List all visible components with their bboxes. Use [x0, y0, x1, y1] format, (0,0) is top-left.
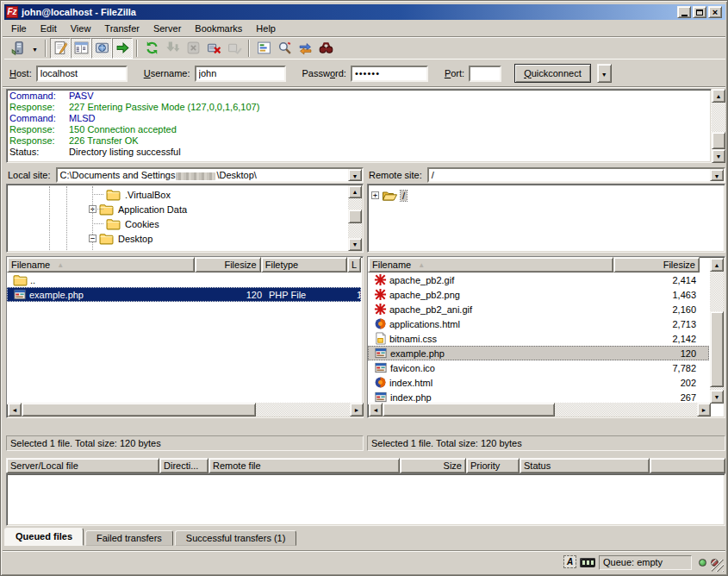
file-row-selected[interactable]: example.php 120 PHP File 1 — [7, 287, 361, 302]
tab-failed-transfers[interactable]: Failed transfers — [85, 530, 173, 546]
quickconnect-dropdown-button[interactable] — [597, 64, 612, 83]
scrollbar-thumb[interactable] — [348, 210, 362, 223]
titlebar[interactable]: Fz john@localhost - FileZilla — [4, 4, 725, 20]
local-directory-tree[interactable]: .VirtualBox + Application Data Cookies −… — [6, 184, 364, 253]
file-row[interactable]: .. — [7, 272, 361, 287]
dropdown-button[interactable] — [710, 169, 724, 181]
tree-item[interactable]: + Application Data — [9, 202, 347, 216]
find-files-button[interactable] — [315, 38, 336, 59]
tab-successful-transfers[interactable]: Successful transfers (1) — [175, 530, 297, 546]
column-header-filesize[interactable]: Filesize — [195, 257, 261, 272]
column-header-priority[interactable]: Priority — [466, 458, 520, 473]
process-queue-button[interactable] — [162, 38, 183, 59]
toggle-local-tree-button[interactable] — [71, 38, 91, 59]
column-header-filename[interactable]: Filename — [7, 257, 195, 272]
scrollbar-thumb[interactable] — [710, 311, 724, 387]
remote-directory-tree[interactable]: + / — [367, 184, 725, 253]
panel-splitter[interactable] — [364, 167, 367, 452]
remote-site-combobox[interactable]: / — [427, 167, 725, 183]
folder-icon — [106, 189, 121, 201]
menu-transfer[interactable]: Transfer — [97, 22, 146, 34]
local-list-hscrollbar[interactable] — [8, 403, 364, 416]
menu-server[interactable]: Server — [146, 22, 188, 34]
tree-item[interactable]: + / — [371, 188, 723, 203]
tree-item[interactable]: − Desktop — [9, 231, 347, 246]
scroll-right-button[interactable] — [697, 403, 711, 416]
scrollbar-thumb[interactable] — [22, 403, 256, 416]
file-row[interactable]: apache_pb2_ani.gif 2,160 — [368, 302, 709, 316]
scroll-down-button[interactable] — [710, 390, 724, 404]
minimize-button[interactable] — [677, 6, 691, 18]
column-header-last-modified[interactable]: L — [347, 257, 361, 272]
local-tree-scrollbar[interactable] — [348, 185, 362, 251]
password-input[interactable] — [351, 66, 428, 82]
menu-view[interactable]: View — [64, 22, 98, 34]
file-row[interactable]: apache_pb2.gif 2,414 — [368, 272, 709, 287]
menu-bookmarks[interactable]: Bookmarks — [188, 22, 249, 34]
remote-list-vscrollbar[interactable] — [710, 258, 724, 404]
directory-comparison-button[interactable] — [274, 38, 295, 59]
toggle-message-log-button[interactable] — [50, 38, 71, 59]
scroll-up-button[interactable] — [348, 185, 362, 198]
directory-listing-filters-button[interactable] — [253, 38, 274, 59]
file-row[interactable]: favicon.ico 7,782 — [368, 360, 709, 375]
column-header-status[interactable]: Status — [520, 458, 650, 473]
scrollbar-thumb[interactable] — [383, 403, 555, 416]
file-row[interactable]: apache_pb2.png 1,463 — [368, 287, 709, 302]
column-header-size[interactable]: Size — [400, 458, 466, 473]
site-manager-dropdown-button[interactable] — [28, 38, 41, 59]
scroll-down-button[interactable] — [348, 238, 362, 251]
file-row[interactable]: applications.html 2,713 — [368, 316, 709, 331]
file-row[interactable]: index.html 202 — [368, 375, 709, 390]
column-header-server-local-file[interactable]: Server/Local file — [6, 458, 159, 473]
toggle-transfer-queue-button[interactable] — [112, 38, 133, 59]
site-manager-button[interactable] — [8, 38, 28, 59]
toggle-remote-tree-button[interactable] — [91, 38, 112, 59]
tree-item[interactable]: .VirtualBox — [9, 187, 347, 202]
refresh-button[interactable] — [141, 38, 162, 59]
file-row[interactable]: bitnami.css 2,142 — [368, 331, 709, 346]
scroll-up-button[interactable] — [710, 258, 724, 272]
transfer-type-indicator-icon[interactable]: A — [563, 555, 576, 568]
quickconnect-button[interactable]: Quickconnect — [514, 64, 591, 83]
port-input[interactable] — [469, 66, 501, 82]
column-header-filetype[interactable]: Filetype — [261, 257, 347, 272]
scroll-left-button[interactable] — [8, 403, 22, 416]
column-header-filename[interactable]: Filename — [368, 257, 613, 272]
open-folder-icon — [382, 190, 398, 202]
filter-list-icon — [257, 41, 271, 55]
dropdown-button[interactable] — [348, 169, 362, 181]
menu-edit[interactable]: Edit — [34, 22, 64, 34]
cancel-operation-button[interactable] — [183, 38, 203, 59]
message-log[interactable]: Command:PASV Response:227 Entering Passi… — [6, 89, 712, 163]
tab-queued-files[interactable]: Queued files — [4, 528, 84, 546]
disconnect-button[interactable] — [203, 38, 224, 59]
column-header-filesize[interactable]: Filesize — [613, 257, 700, 272]
message-log-scrollbar[interactable] — [712, 89, 725, 163]
cancel-icon — [186, 41, 201, 55]
username-input[interactable] — [195, 66, 286, 82]
resize-grip[interactable] — [712, 560, 724, 572]
column-header-direction[interactable]: Directi... — [159, 458, 208, 473]
scrollbar-thumb[interactable] — [712, 132, 725, 149]
collapse-icon[interactable]: − — [89, 235, 96, 242]
menu-help[interactable]: Help — [249, 22, 283, 34]
scroll-up-button[interactable] — [712, 89, 725, 103]
toolbar — [4, 37, 725, 59]
expand-icon[interactable]: + — [371, 191, 379, 199]
host-input[interactable] — [36, 66, 128, 82]
maximize-button[interactable] — [693, 6, 706, 18]
tree-item[interactable]: Cookies — [9, 216, 347, 231]
scroll-right-button[interactable] — [350, 403, 364, 416]
remote-list-hscrollbar[interactable] — [369, 403, 711, 416]
scroll-left-button[interactable] — [369, 403, 383, 416]
menu-file[interactable]: File — [4, 22, 34, 34]
file-row-selected[interactable]: example.php 120 — [368, 346, 709, 360]
column-header-remote-file[interactable]: Remote file — [208, 458, 400, 473]
scroll-down-button[interactable] — [712, 149, 725, 163]
close-button[interactable] — [708, 6, 722, 18]
local-site-combobox[interactable]: C:\Documents and Settings\Desktop\ — [56, 167, 364, 183]
reconnect-button[interactable] — [224, 38, 245, 59]
queue-body[interactable] — [6, 473, 725, 526]
synchronized-browsing-button[interactable] — [295, 38, 315, 59]
